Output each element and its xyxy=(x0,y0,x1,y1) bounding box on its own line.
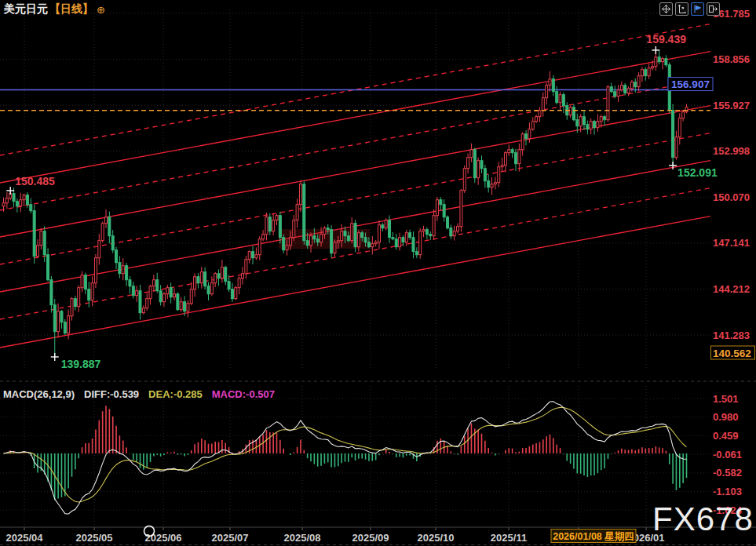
candle-up xyxy=(682,112,685,118)
candle-up xyxy=(559,95,561,103)
candle-up xyxy=(173,294,176,297)
candle-down xyxy=(484,169,486,181)
candle-up xyxy=(293,220,295,238)
candle-up xyxy=(334,242,336,253)
candle-up xyxy=(357,233,360,247)
candle-up xyxy=(637,76,640,87)
candle-down xyxy=(283,238,285,250)
candle-up xyxy=(627,89,630,93)
trend-channel-lines xyxy=(0,24,710,348)
plus-circle-icon[interactable]: ⊕ xyxy=(97,4,105,16)
candle-down xyxy=(316,239,319,242)
candle-down xyxy=(624,86,626,93)
candle-down xyxy=(473,150,476,178)
jump-to-latest-flag-icon[interactable] xyxy=(691,2,704,16)
candle-up xyxy=(272,220,275,231)
candle-up xyxy=(323,228,326,235)
candle-down xyxy=(30,205,32,211)
candle-up xyxy=(221,268,223,278)
price-axis-label: 150.070 xyxy=(713,191,750,203)
candle-up xyxy=(378,225,381,242)
price-axis-label: 147.141 xyxy=(713,237,750,249)
candle-up xyxy=(675,137,677,158)
candle-down xyxy=(126,266,128,280)
candle-up xyxy=(494,183,496,184)
time-axis-label: 2025/11 xyxy=(491,532,527,544)
candle-up xyxy=(655,57,657,67)
candle-up xyxy=(685,107,688,112)
time-axis-label: 2025/06 xyxy=(145,532,182,544)
candle-down xyxy=(395,239,397,247)
candle-down xyxy=(268,217,271,231)
candle-up xyxy=(163,294,165,302)
candle-down xyxy=(402,238,404,242)
candle-up xyxy=(235,288,237,299)
candle-down xyxy=(593,122,596,128)
candle-up xyxy=(71,299,73,316)
candle-up xyxy=(542,98,544,111)
candle-up xyxy=(98,241,100,258)
candle-up xyxy=(341,231,343,241)
candle-up xyxy=(68,316,70,333)
candle-up xyxy=(620,86,623,90)
candle-down xyxy=(159,291,162,302)
svg-text:140.562: 140.562 xyxy=(713,348,751,359)
candle-down xyxy=(60,311,63,322)
candle-down xyxy=(347,236,349,241)
candle-up xyxy=(258,239,261,255)
candle-down xyxy=(412,238,415,252)
candle-up xyxy=(2,203,5,206)
candle-down xyxy=(511,150,513,153)
candle-down xyxy=(389,220,391,238)
time-axis-label: 2025/04 xyxy=(6,532,44,544)
candle-up xyxy=(374,242,377,244)
candle-down xyxy=(225,268,227,282)
candle-up xyxy=(457,227,459,231)
candle-down xyxy=(204,272,206,286)
candle-down xyxy=(184,302,186,311)
candle-down xyxy=(306,241,309,246)
candle-up xyxy=(539,111,541,117)
candle-down xyxy=(108,217,111,236)
price-axis-label: 144.212 xyxy=(713,283,750,295)
candle-up xyxy=(600,117,602,122)
candlestick-chart-canvas[interactable]: 161.785158.856155.927152.998150.070147.1… xyxy=(0,0,756,546)
candle-up xyxy=(531,122,534,129)
macd-axis-label: -1.103 xyxy=(713,486,742,497)
channel-warning-line xyxy=(0,79,710,210)
candle-up xyxy=(491,184,493,187)
candle-down xyxy=(610,87,612,92)
channel-warning-line xyxy=(0,188,710,319)
pan-icon[interactable] xyxy=(659,2,673,16)
candle-down xyxy=(354,224,356,247)
price-marker-label: 150.485 xyxy=(15,175,55,187)
macd-diff-value: DIFF:-0.539 xyxy=(84,388,139,400)
candle-up xyxy=(20,200,22,206)
chart-titlebar: 美元日元 【日线】 ⊕ xyxy=(4,2,105,16)
candle-up xyxy=(569,107,572,115)
candle-up xyxy=(214,274,217,283)
candle-down xyxy=(156,280,159,291)
candle-up xyxy=(453,231,455,236)
symbol-title: 美元日元 xyxy=(4,2,48,16)
candle-down xyxy=(480,161,483,169)
candle-down xyxy=(228,282,230,289)
candle-up xyxy=(498,167,500,183)
price-axis-label: 141.283 xyxy=(713,329,750,341)
candle-down xyxy=(364,238,367,242)
candle-up xyxy=(37,246,39,257)
candle-down xyxy=(47,255,49,280)
macd-axis-label: 0.980 xyxy=(713,411,739,423)
axis-scale-icon[interactable] xyxy=(675,2,688,16)
candle-up xyxy=(463,169,466,191)
macd-axis-label: -1.624 xyxy=(713,504,743,516)
candle-up xyxy=(678,118,681,137)
candle-down xyxy=(576,120,579,126)
candle-up xyxy=(136,291,138,296)
macd-panel xyxy=(4,402,687,514)
candle-down xyxy=(450,228,452,236)
candle-up xyxy=(122,266,124,274)
candle-down xyxy=(556,92,558,103)
exit-chart-icon[interactable] xyxy=(707,2,720,16)
candle-up xyxy=(310,236,312,246)
